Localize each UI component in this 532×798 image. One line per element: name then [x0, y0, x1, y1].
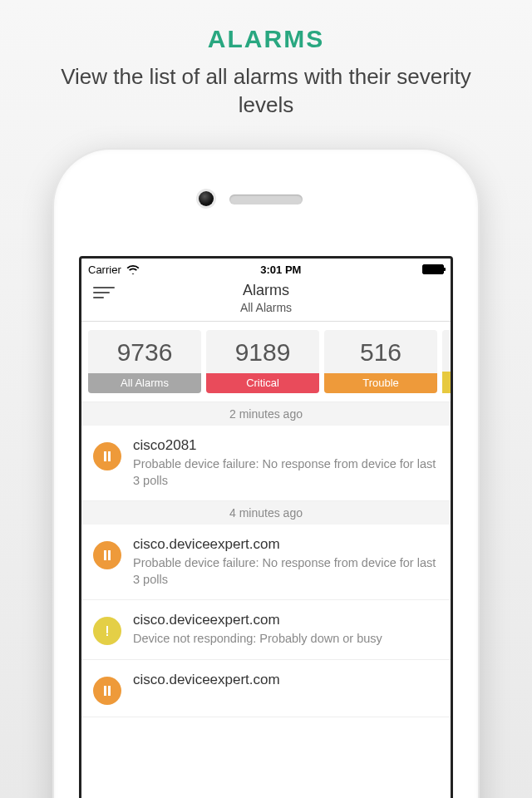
svg-rect-4 [106, 626, 108, 633]
wifi-icon [126, 264, 140, 274]
battery-icon [422, 264, 444, 274]
chip-label: All Alarms [88, 373, 201, 393]
alarm-title: cisco2081 [133, 437, 439, 454]
alarm-list[interactable]: 2 minutes agocisco2081Probable device fa… [81, 402, 451, 717]
time-separator: 4 minutes ago [81, 501, 451, 525]
menu-button[interactable] [93, 287, 115, 303]
severity-chip[interactable]: 9736All Alarms [88, 330, 201, 393]
promo-subtitle: View the list of all alarms with their s… [0, 53, 532, 120]
carrier-label: Carrier [88, 264, 121, 276]
alarm-row[interactable]: cisco.deviceexpert.comDevice not respond… [81, 600, 451, 660]
alarm-row[interactable]: cisco2081Probable device failure: No res… [81, 426, 451, 501]
alarm-title: cisco.deviceexpert.com [133, 672, 439, 688]
status-bar: Carrier 3:01 PM [81, 259, 451, 280]
svg-rect-7 [108, 686, 111, 696]
severity-dot [93, 677, 121, 705]
chip-count: 9736 [88, 330, 201, 373]
alarm-description: Device not responding: Probably down or … [133, 631, 439, 648]
nav-bar: Alarms All Alarms [81, 280, 451, 322]
severity-dot [93, 617, 121, 645]
chip-label: Critical [206, 373, 319, 393]
time-separator: 2 minutes ago [81, 402, 451, 426]
page-subtitle: All Alarms [81, 301, 451, 314]
svg-rect-5 [106, 634, 108, 636]
chip-label: Trouble [324, 373, 437, 393]
svg-rect-6 [104, 686, 106, 696]
clock-label: 3:01 PM [260, 264, 301, 276]
alarm-title: cisco.deviceexpert.com [133, 536, 439, 553]
phone-screen: Carrier 3:01 PM Alarms All Alarms 9736Al… [79, 256, 453, 798]
alarm-title: cisco.deviceexpert.com [133, 612, 439, 628]
severity-chip-partial[interactable] [442, 330, 451, 393]
alarm-description: Probable device failure: No response fro… [133, 456, 439, 489]
svg-rect-0 [104, 451, 106, 461]
svg-rect-2 [104, 550, 106, 560]
phone-camera [199, 191, 214, 206]
svg-rect-3 [108, 550, 111, 560]
alarm-description: Probable device failure: No response fro… [133, 555, 439, 588]
alarm-row[interactable]: cisco.deviceexpert.com [81, 660, 451, 717]
promo-title: ALARMS [0, 0, 532, 53]
severity-dot [93, 442, 121, 470]
severity-dot [93, 541, 121, 569]
phone-frame: Carrier 3:01 PM Alarms All Alarms 9736Al… [54, 150, 478, 798]
svg-rect-1 [108, 451, 111, 461]
alarm-row[interactable]: cisco.deviceexpert.comProbable device fa… [81, 525, 451, 600]
severity-chip[interactable]: 9189Critical [206, 330, 319, 393]
chip-count: 9189 [206, 330, 319, 373]
severity-chips[interactable]: 9736All Alarms9189Critical516Trouble [81, 322, 451, 402]
severity-chip[interactable]: 516Trouble [324, 330, 437, 393]
chip-count: 516 [324, 330, 437, 373]
page-title: Alarms [81, 282, 451, 299]
